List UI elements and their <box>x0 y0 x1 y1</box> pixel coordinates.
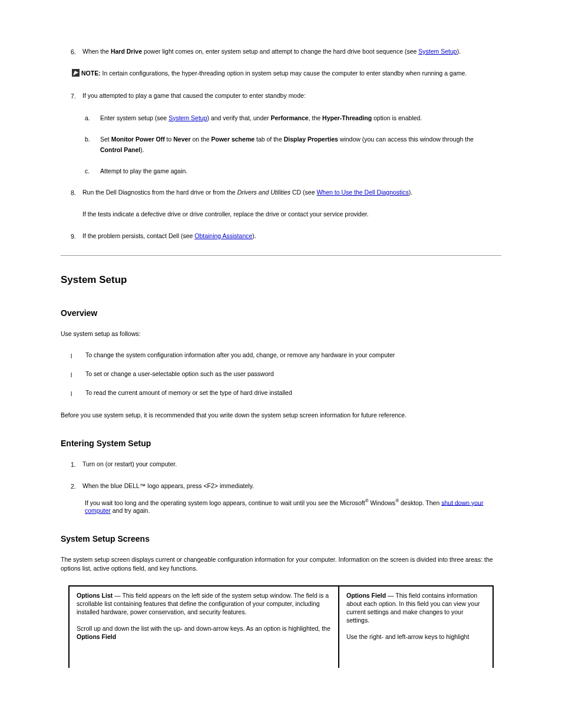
system-setup-table: Options List — This field appears on the… <box>68 585 494 668</box>
section-divider <box>61 255 501 256</box>
list-number: 2. <box>71 482 82 490</box>
list-number: 7. <box>71 91 82 100</box>
bullet-text: To read the current amount of memory or … <box>85 388 500 398</box>
sub-letter: a. <box>85 114 100 122</box>
overview-note: Before you use system setup, it is recom… <box>61 411 500 419</box>
bullet-text: To change the system configuration infor… <box>85 351 500 360</box>
subsection-title-screens: System Setup Screens <box>61 533 562 545</box>
step-text: If you attempted to play a game that cau… <box>82 91 500 100</box>
note-text: NOTE: In certain configurations, the hyp… <box>81 69 500 77</box>
section-title-system-setup: System Setup <box>61 274 562 287</box>
step-text: Run the Dell Diagnostics from the hard d… <box>82 188 500 197</box>
conclusion-text: If the tests indicate a defective drive … <box>82 210 500 218</box>
table-cell-options-list: Options List — This field appears on the… <box>69 586 339 668</box>
bullet-icon: l <box>71 388 85 398</box>
step-sub-text: If you wait too long and the operating s… <box>85 498 500 515</box>
system-setup-link[interactable]: System Setup <box>168 114 207 121</box>
table-cell-options-field: Options Field — This field contains info… <box>339 586 493 668</box>
sub-step-text: Set Monitor Power Off to Never on the Po… <box>100 135 500 143</box>
sub-letter: b. <box>85 135 100 143</box>
list-number: 9. <box>71 232 82 241</box>
sub-step-text: Enter system setup (see System Setup) an… <box>100 114 500 122</box>
bullet-icon: l <box>71 351 85 360</box>
note-icon <box>70 69 81 77</box>
obtaining-assistance-link[interactable]: Obtaining Assistance <box>194 232 252 239</box>
system-setup-link[interactable]: System Setup <box>418 48 457 55</box>
bullet-icon: l <box>71 370 85 379</box>
step-text: When the blue DELL™ logo appears, press … <box>82 482 500 490</box>
sub-step-text: Attempt to play the game again. <box>100 167 500 175</box>
screens-text: The system setup screen displays current… <box>61 555 500 572</box>
step-text: If the problem persists, contact Dell (s… <box>82 232 500 241</box>
step-text: When the Hard Drive power light comes on… <box>82 47 500 56</box>
list-number: 6. <box>71 47 82 56</box>
list-number: 1. <box>71 460 82 469</box>
overview-intro: Use system setup as follows: <box>61 330 500 338</box>
list-number: 8. <box>71 188 82 197</box>
dell-diagnostics-link[interactable]: When to Use the Dell Diagnostics <box>316 189 408 196</box>
bullet-text: To set or change a user-selectable optio… <box>85 370 500 379</box>
subsection-title-overview: Overview <box>61 308 562 319</box>
sub-letter: c. <box>85 167 100 175</box>
subsection-title-entering: Entering System Setup <box>61 438 562 449</box>
step-text: Turn on (or restart) your computer. <box>82 460 500 469</box>
sub-step-text-cont: Control Panel). <box>100 146 500 154</box>
